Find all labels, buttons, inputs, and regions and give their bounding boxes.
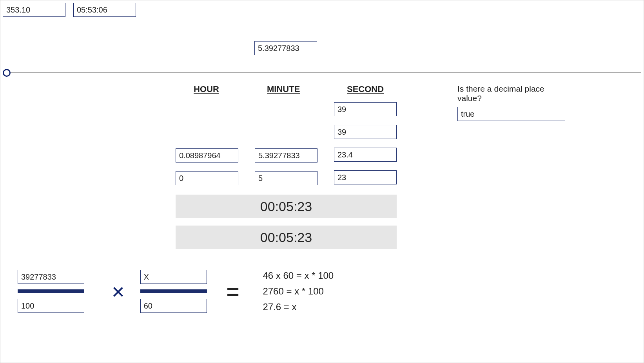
header-hour: HOUR: [194, 84, 219, 94]
second-row4: 23: [334, 170, 397, 184]
equation-line-3: 27.6 = x: [263, 302, 334, 312]
multiply-icon: ×: [112, 279, 125, 304]
fraction-left: 39277833 100: [18, 270, 84, 313]
equals-icon: =: [227, 279, 239, 304]
timeline-start-icon: [3, 69, 11, 77]
second-row3: 23.4: [334, 148, 397, 162]
second-row1: 39: [334, 102, 397, 116]
header-minute: MINUTE: [267, 84, 300, 94]
fraction-left-denominator: 100: [18, 299, 84, 313]
header-second: SECOND: [347, 84, 384, 94]
fraction-bar-icon: [140, 289, 207, 293]
fraction-right: X 60: [140, 270, 207, 313]
equation-line-1: 46 x 60 = x * 100: [263, 270, 334, 281]
second-row2: 39: [334, 125, 397, 139]
fraction-left-numerator: 39277833: [18, 270, 84, 284]
result-bar-2: 00:05:23: [176, 226, 397, 249]
divider-line: [3, 72, 641, 73]
fraction-right-denominator: 60: [140, 299, 207, 313]
top-value-a: 353.10: [3, 3, 65, 17]
hour-row4: 0: [176, 171, 238, 185]
top-value-b: 05:53:06: [73, 3, 136, 17]
minute-row4: 5: [255, 171, 317, 185]
fraction-right-numerator: X: [140, 270, 207, 284]
hour-row3: 0.08987964: [176, 148, 238, 163]
decimal-question-value: true: [457, 107, 565, 121]
mid-value: 5.39277833: [254, 41, 317, 55]
minute-row3: 5.39277833: [255, 148, 317, 163]
equation-line-2: 2760 = x * 100: [263, 286, 334, 297]
decimal-question-label: Is there a decimal place value?: [457, 84, 565, 103]
fraction-bar-icon: [18, 289, 84, 293]
result-bar-1: 00:05:23: [176, 195, 397, 218]
